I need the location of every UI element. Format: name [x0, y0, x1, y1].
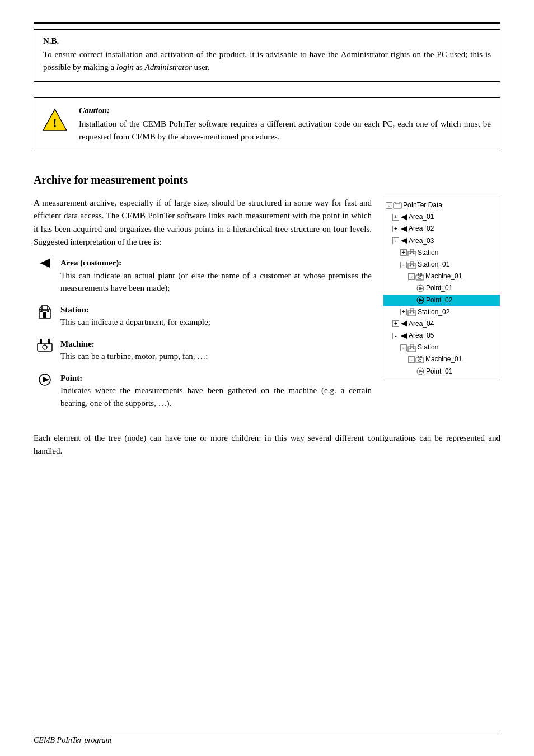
hierarchy-text-area: Area (customer): This can indicate an ac…: [60, 256, 372, 295]
tree-panel: - PoInTer Data + Area_01 + Area_02: [383, 197, 500, 380]
svg-point-9: [47, 310, 49, 312]
caution-box: ! Caution: Installation of the CEMB PoIn…: [34, 97, 500, 151]
hierarchy-text-machine: Machine: This can be a turbine, motor, p…: [60, 338, 372, 363]
warning-triangle-icon: !: [42, 107, 69, 134]
point-label: Point:: [60, 374, 82, 382]
tree-point01-a05[interactable]: Point_01: [383, 366, 500, 377]
caution-text: Installation of the CEMB PoInTer softwar…: [79, 118, 491, 143]
main-content: A measurement archive, especially if of …: [34, 197, 500, 418]
svg-point-41: [410, 312, 411, 314]
svg-marker-20: [401, 214, 407, 220]
svg-point-8: [40, 310, 43, 312]
tree-area02[interactable]: + Area_02: [383, 223, 500, 235]
svg-marker-38: [419, 298, 424, 302]
svg-marker-22: [401, 238, 407, 244]
tree-expand-station-a03[interactable]: +: [400, 249, 407, 256]
machine-label: Machine:: [60, 339, 95, 348]
svg-point-11: [43, 345, 47, 349]
intro-paragraph: A measurement archive, especially if of …: [34, 197, 372, 249]
tree-expand-machine01[interactable]: -: [408, 273, 415, 280]
bottom-paragraph: Each element of the tree (node) can have…: [34, 432, 500, 458]
svg-rect-7: [43, 312, 46, 318]
caution-title: Caution:: [79, 106, 491, 115]
tree-station02[interactable]: + Station_02: [383, 306, 500, 318]
tree-expand-station01[interactable]: -: [400, 262, 407, 268]
svg-rect-13: [48, 340, 50, 344]
tree-area05[interactable]: - Area_05: [383, 330, 500, 342]
tree-expand-area04[interactable]: +: [392, 320, 399, 327]
svg-point-42: [413, 312, 415, 314]
tree-expand-area05[interactable]: -: [392, 333, 399, 339]
tree-machine01[interactable]: - Machine_01: [383, 270, 500, 282]
svg-marker-21: [401, 226, 407, 232]
section-heading: Archive for measurement points: [34, 174, 500, 186]
text-column: A measurement archive, especially if of …: [34, 197, 372, 418]
nb-text: To ensure correct installation and activ…: [43, 48, 491, 73]
footer: CEMB PoInTer program: [34, 732, 500, 745]
tree-expand-area03[interactable]: -: [392, 237, 399, 244]
hierarchy-text-station: Station: This can indicate a department,…: [60, 304, 372, 329]
svg-rect-4: [42, 306, 48, 310]
svg-point-50: [419, 359, 421, 362]
svg-rect-31: [416, 275, 424, 280]
tree-machine01-a05[interactable]: - Machine_01: [383, 353, 500, 365]
hierarchy-item-machine: Machine: This can be a turbine, motor, p…: [34, 338, 372, 363]
svg-point-25: [410, 253, 411, 254]
tree-expand-station02[interactable]: +: [400, 309, 407, 315]
svg-marker-44: [401, 333, 407, 339]
svg-rect-12: [40, 340, 42, 344]
svg-marker-17: [43, 377, 49, 382]
tree-area01[interactable]: + Area_01: [383, 211, 500, 223]
tree-expand-area01[interactable]: +: [392, 214, 399, 221]
nb-title: N.B.: [43, 36, 491, 46]
svg-point-48: [413, 347, 415, 349]
station-icon: [34, 305, 56, 319]
point-icon: [34, 373, 56, 386]
tree-station-a05[interactable]: - Station: [383, 342, 500, 353]
page: N.B. To ensure correct installation and …: [0, 0, 534, 756]
caution-content: Caution: Installation of the CEMB PoInTe…: [79, 106, 491, 143]
tree-expand-root[interactable]: -: [386, 202, 392, 209]
svg-text:!: !: [53, 116, 57, 130]
svg-marker-36: [419, 287, 424, 290]
tree-area04[interactable]: + Area_04: [383, 318, 500, 330]
tree-point01[interactable]: Point_01: [383, 282, 500, 294]
hierarchy-item-area: Area (customer): This can indicate an ac…: [34, 256, 372, 295]
svg-rect-52: [420, 356, 422, 358]
svg-point-30: [413, 264, 415, 266]
tree-point02[interactable]: Point_02: [383, 295, 500, 306]
tree-station01[interactable]: - Station_01: [383, 259, 500, 270]
tree-station-a03[interactable]: + Station: [383, 247, 500, 259]
svg-rect-51: [418, 356, 419, 358]
svg-point-47: [410, 347, 411, 349]
tree-root[interactable]: - PoInTer Data: [383, 199, 500, 211]
svg-rect-49: [416, 358, 424, 363]
svg-rect-34: [420, 273, 422, 276]
nb-box: N.B. To ensure correct installation and …: [34, 29, 500, 82]
svg-rect-10: [38, 343, 52, 351]
svg-point-26: [413, 253, 415, 254]
svg-point-29: [410, 264, 411, 266]
svg-marker-54: [419, 370, 424, 373]
tree-expand-machine01-a05[interactable]: -: [408, 356, 415, 363]
hierarchy-item-point: Point: Indicates where the measurements …: [34, 372, 372, 410]
area-icon: [34, 258, 56, 269]
station-label: Station:: [60, 305, 89, 314]
machine-icon: [34, 339, 56, 353]
area-label: Area (customer):: [60, 258, 121, 267]
svg-marker-43: [401, 321, 407, 326]
svg-rect-33: [418, 273, 419, 276]
svg-rect-19: [395, 202, 400, 204]
hierarchy-list: Area (customer): This can indicate an ac…: [34, 256, 372, 409]
tree-expand-station-a05[interactable]: -: [400, 344, 407, 351]
hierarchy-text-point: Point: Indicates where the measurements …: [60, 372, 372, 410]
svg-marker-2: [40, 259, 50, 268]
tree-area03[interactable]: - Area_03: [383, 235, 500, 247]
hierarchy-item-station: Station: This can indicate a department,…: [34, 304, 372, 329]
footer-left: CEMB PoInTer program: [34, 736, 111, 745]
tree-root-label: PoInTer Data: [403, 200, 442, 211]
tree-expand-area02[interactable]: +: [392, 226, 399, 232]
svg-point-32: [419, 276, 421, 279]
